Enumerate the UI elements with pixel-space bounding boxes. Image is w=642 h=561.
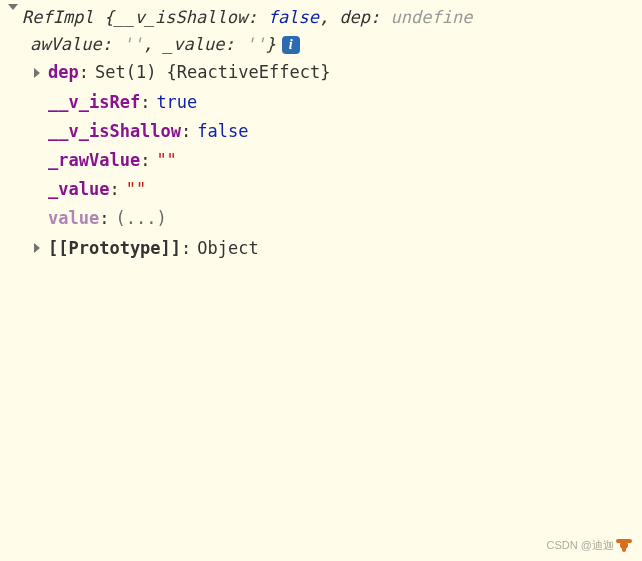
watermark-text: CSDN @迪迦 [547,537,614,555]
expand-toggle-dep[interactable] [34,68,48,78]
chevron-right-icon [34,68,40,78]
prop-dep[interactable]: dep: Set(1) {ReactiveEffect} [34,58,642,87]
expand-toggle-root[interactable] [8,4,22,10]
prop-value[interactable]: _value: "" [34,175,642,204]
watermark: CSDN @迪迦 [547,537,632,555]
object-summary-line2: awValue: '', _value: ''} i [8,31,642,58]
prop-isshallow[interactable]: __v_isShallow: false [34,117,642,146]
prop-rawvalue[interactable]: _rawValue: "" [34,146,642,175]
person-icon [616,541,632,552]
summary-text: RefImpl {__v_isShallow: false, dep: unde… [22,4,642,31]
prop-getter-value[interactable]: value: (...) [34,204,642,233]
chevron-down-icon [8,4,18,10]
info-icon[interactable]: i [282,36,300,54]
expand-toggle-proto[interactable] [34,243,48,253]
prop-isref[interactable]: __v_isRef: true [34,88,642,117]
object-summary-line1[interactable]: RefImpl {__v_isShallow: false, dep: unde… [8,4,642,31]
class-name: RefImpl [22,7,94,27]
prop-prototype[interactable]: [[Prototype]]: Object [34,234,642,263]
chevron-right-icon [34,243,40,253]
object-properties: dep: Set(1) {ReactiveEffect} __v_isRef: … [8,58,642,262]
console-output: RefImpl {__v_isShallow: false, dep: unde… [0,0,642,263]
